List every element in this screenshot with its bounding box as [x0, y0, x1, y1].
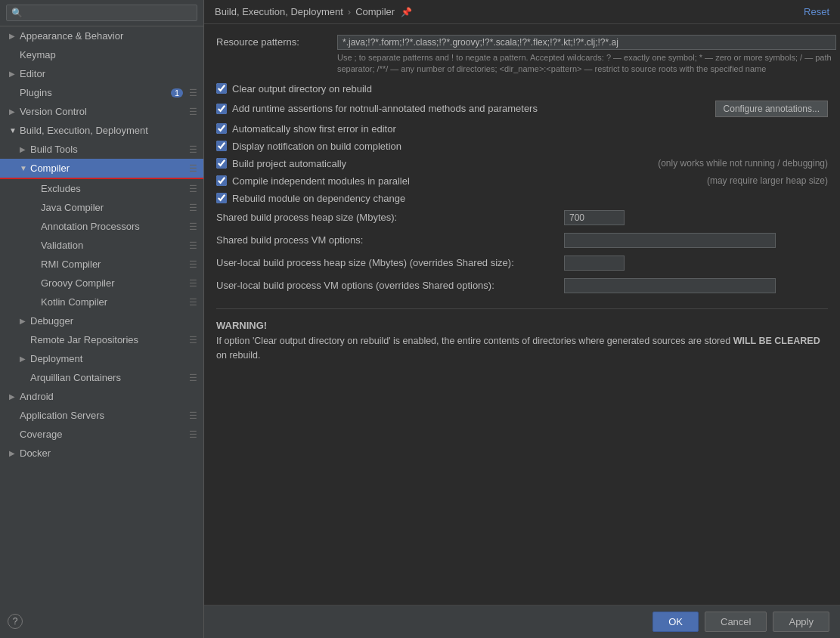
- checkbox-build-notification[interactable]: [216, 141, 227, 151]
- sidebar-item-label-build-tools: Build Tools: [30, 144, 186, 155]
- pin-icon-annotation-processors: ☰: [189, 221, 197, 232]
- pin-icon-kotlin-compiler: ☰: [189, 297, 197, 308]
- resource-patterns-row: Resource patterns: Use ; to separate pat…: [216, 35, 828, 76]
- sidebar-item-debugger[interactable]: ▶Debugger: [0, 311, 203, 330]
- checkbox-row-compile-parallel: Compile independent modules in parallel(…: [216, 175, 828, 187]
- pin-icon-version-control: ☰: [189, 107, 197, 117]
- pin-icon-validation: ☰: [189, 240, 197, 251]
- sidebar-item-label-editor: Editor: [20, 68, 197, 79]
- arrow-icon-version-control: ▶: [9, 107, 20, 116]
- sidebar-item-label-debugger: Debugger: [30, 315, 197, 327]
- sidebar-item-label-application-servers: Application Servers: [20, 410, 186, 421]
- checkbox-row-rebuild-module: Rebuild module on dependency change: [216, 193, 828, 204]
- sidebar-item-build-tools[interactable]: ▶Build Tools☰: [0, 140, 203, 159]
- sidebar-item-rmi-compiler[interactable]: RMI Compiler☰: [0, 255, 203, 274]
- checkbox-label-build-auto: Build project automatically: [232, 158, 643, 169]
- pin-icon-coverage: ☰: [189, 429, 197, 440]
- checkbox-compile-parallel[interactable]: [216, 175, 227, 186]
- arrow-icon-debugger: ▶: [20, 317, 30, 325]
- field-input-shared-heap[interactable]: [564, 210, 625, 225]
- field-input-user-vm[interactable]: [564, 278, 776, 293]
- sidebar-item-label-remote-jar: Remote Jar Repositories: [30, 334, 186, 345]
- checkbox-row-clear-output: Clear output directory on rebuild: [216, 83, 828, 94]
- configure-annotations-button[interactable]: Configure annotations...: [715, 101, 828, 117]
- warning-box: WARNING! If option 'Clear output directo…: [216, 308, 828, 363]
- sidebar-item-deployment[interactable]: ▶Deployment: [0, 349, 203, 368]
- pin-icon-compiler: ☰: [189, 163, 197, 174]
- checkbox-label-runtime-assertions: Add runtime assertions for notnull-annot…: [232, 103, 705, 114]
- field-input-shared-vm[interactable]: [564, 233, 776, 248]
- field-label-shared-heap: Shared build process heap size (Mbytes):: [216, 212, 564, 223]
- arrow-icon-build-tools: ▶: [20, 145, 30, 153]
- sidebar-item-remote-jar[interactable]: Remote Jar Repositories☰: [0, 330, 203, 349]
- sidebar-item-label-kotlin-compiler: Kotlin Compiler: [41, 296, 186, 308]
- sidebar-item-kotlin-compiler[interactable]: Kotlin Compiler☰: [0, 293, 203, 311]
- cancel-button[interactable]: Cancel: [705, 612, 767, 632]
- content-panel: Build, Execution, Deployment › Compiler …: [204, 0, 840, 638]
- resource-patterns-input[interactable]: [337, 35, 836, 50]
- sidebar-item-java-compiler[interactable]: Java Compiler☰: [0, 198, 203, 217]
- sidebar-search-container: [0, 0, 203, 26]
- sidebar-item-docker[interactable]: ▶Docker: [0, 444, 203, 463]
- arrow-icon-appearance: ▶: [9, 32, 20, 40]
- arrow-icon-deployment: ▶: [20, 355, 30, 363]
- sidebar-item-excludes[interactable]: Excludes☰: [0, 179, 203, 198]
- pin-icon-groovy-compiler: ☰: [189, 278, 197, 289]
- sidebar-item-appearance[interactable]: ▶Appearance & Behavior: [0, 26, 203, 45]
- footer: OK Cancel Apply: [204, 605, 840, 638]
- pin-icon: 📌: [401, 7, 412, 17]
- checkbox-rebuild-module[interactable]: [216, 193, 227, 203]
- sidebar-item-label-compiler: Compiler: [30, 163, 186, 174]
- sidebar-item-build-execution[interactable]: ▼Build, Execution, Deployment: [0, 121, 203, 140]
- fields-section: Shared build process heap size (Mbytes):…: [216, 210, 828, 293]
- sidebar-item-application-servers[interactable]: Application Servers☰: [0, 406, 203, 425]
- checkbox-build-auto[interactable]: [216, 158, 227, 169]
- field-label-user-vm: User-local build process VM options (ove…: [216, 280, 564, 291]
- sidebar-item-annotation-processors[interactable]: Annotation Processors☰: [0, 217, 203, 236]
- sidebar-item-label-annotation-processors: Annotation Processors: [41, 221, 186, 232]
- search-input[interactable]: [6, 5, 197, 21]
- checkbox-row-runtime-assertions: Add runtime assertions for notnull-annot…: [216, 101, 828, 117]
- checkbox-runtime-assertions[interactable]: [216, 104, 227, 114]
- sidebar: ▶Appearance & BehaviorKeymap▶EditorPlugi…: [0, 0, 204, 638]
- sidebar-item-coverage[interactable]: Coverage☰: [0, 425, 203, 444]
- checkbox-label-build-notification: Display notification on build completion: [232, 141, 828, 152]
- sidebar-item-compiler[interactable]: ▼Compiler☰: [0, 159, 203, 179]
- sidebar-item-validation[interactable]: Validation☰: [0, 236, 203, 255]
- breadcrumb-parent: Build, Execution, Deployment: [215, 6, 343, 17]
- sidebar-item-arquillian[interactable]: Arquillian Containers☰: [0, 368, 203, 387]
- field-input-user-heap[interactable]: [564, 256, 625, 271]
- sidebar-item-label-build-execution: Build, Execution, Deployment: [20, 125, 197, 136]
- field-row-shared-vm: Shared build process VM options:: [216, 233, 828, 248]
- resource-patterns-box: Use ; to separate patterns and ! to nega…: [337, 35, 836, 76]
- sidebar-item-label-deployment: Deployment: [30, 353, 197, 364]
- sidebar-item-label-keymap: Keymap: [20, 49, 197, 60]
- checkbox-clear-output[interactable]: [216, 83, 227, 94]
- pin-icon-excludes: ☰: [189, 184, 197, 194]
- checkbox-label-clear-output: Clear output directory on rebuild: [232, 83, 828, 94]
- checkbox-show-first-error[interactable]: [216, 123, 227, 134]
- sidebar-item-android[interactable]: ▶Android: [0, 387, 203, 406]
- warning-text: If option 'Clear output directory on reb…: [216, 334, 828, 363]
- sidebar-item-label-docker: Docker: [20, 448, 197, 459]
- ok-button[interactable]: OK: [652, 612, 699, 632]
- checkbox-row-show-first-error: Automatically show first error in editor: [216, 123, 828, 135]
- help-icon[interactable]: ?: [8, 614, 23, 629]
- sidebar-item-groovy-compiler[interactable]: Groovy Compiler☰: [0, 274, 203, 293]
- badge-plugins: 1: [171, 88, 183, 98]
- reset-button[interactable]: Reset: [804, 6, 829, 17]
- checkboxes-section: Clear output directory on rebuildAdd run…: [216, 83, 828, 204]
- side-note-build-auto: (only works while not running / debuggin…: [658, 158, 828, 169]
- apply-button[interactable]: Apply: [773, 612, 829, 632]
- pin-icon-rmi-compiler: ☰: [189, 259, 197, 270]
- sidebar-item-plugins[interactable]: Plugins1☰: [0, 83, 203, 102]
- arrow-icon-editor: ▶: [9, 70, 20, 78]
- content-body: Resource patterns: Use ; to separate pat…: [204, 24, 840, 605]
- field-label-shared-vm: Shared build process VM options:: [216, 234, 564, 246]
- sidebar-item-version-control[interactable]: ▶Version Control☰: [0, 102, 203, 121]
- sidebar-item-editor[interactable]: ▶Editor: [0, 64, 203, 83]
- pin-icon-plugins: ☰: [189, 88, 197, 98]
- breadcrumb: Build, Execution, Deployment › Compiler …: [215, 6, 804, 17]
- checkbox-label-show-first-error: Automatically show first error in editor: [232, 123, 828, 135]
- sidebar-item-keymap[interactable]: Keymap: [0, 45, 203, 64]
